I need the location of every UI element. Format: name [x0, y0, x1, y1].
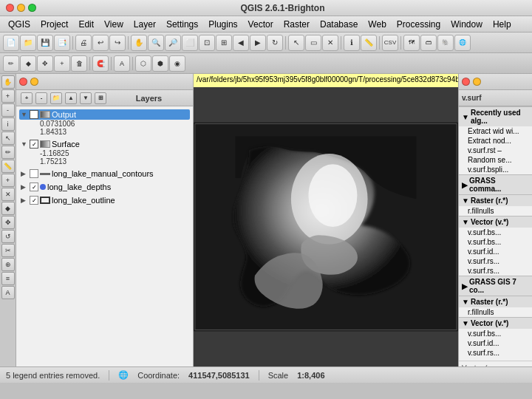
output-checkbox[interactable]: ✓: [30, 110, 38, 119]
undo-btn[interactable]: ↩: [92, 35, 109, 51]
tool-split[interactable]: ✂: [1, 244, 15, 257]
layers-remove-btn[interactable]: -: [35, 92, 47, 104]
layers-group-btn[interactable]: ⊞: [95, 92, 106, 104]
measure-btn[interactable]: 📏: [361, 35, 377, 51]
add-pg-btn[interactable]: 🐘: [437, 35, 454, 51]
add-raster-btn[interactable]: 🗺: [403, 35, 420, 51]
layers-open-btn[interactable]: 📁: [50, 92, 62, 104]
plugin3-btn[interactable]: ◉: [169, 55, 185, 72]
layers-win-controls[interactable]: [19, 78, 38, 86]
digitize-btn[interactable]: ✏: [3, 55, 19, 72]
tool-pan[interactable]: ✋: [1, 75, 15, 89]
layer-surface[interactable]: ▼ ✓ Surface: [19, 139, 190, 149]
tool-merge[interactable]: ⊕: [1, 258, 15, 271]
menu-settings[interactable]: Settings: [161, 18, 203, 31]
tool-identify[interactable]: i: [1, 117, 15, 131]
right-item-extract-wid[interactable]: Extract wid wi...: [459, 126, 532, 136]
layers-min-btn[interactable]: [30, 78, 38, 86]
pan-btn[interactable]: ✋: [131, 35, 147, 51]
csv-btn[interactable]: CSV: [382, 35, 398, 51]
zoom-select-btn[interactable]: ⊡: [199, 35, 215, 51]
section-raster-2[interactable]: ▼ Raster (r.*): [459, 296, 532, 307]
deselect-btn[interactable]: ✕: [322, 35, 338, 51]
surface-checkbox[interactable]: ✓: [30, 140, 38, 149]
move-feat-btn[interactable]: ✥: [37, 55, 53, 72]
layers-down-btn[interactable]: ▼: [80, 92, 92, 104]
right-item-vsurfrs3[interactable]: v.surf.rs...: [459, 348, 532, 358]
plugin1-btn[interactable]: ⬡: [135, 55, 151, 72]
menu-window[interactable]: Window: [446, 18, 488, 31]
right-item-vsurf-rst[interactable]: v.surf.rst –: [459, 146, 532, 155]
depths-checkbox[interactable]: ✓: [30, 183, 38, 191]
layers-up-btn[interactable]: ▲: [65, 92, 77, 104]
refresh-btn[interactable]: ↻: [267, 35, 283, 51]
tool-rotate[interactable]: ↺: [1, 230, 15, 243]
add-vector-btn[interactable]: 🗃: [420, 35, 437, 51]
node-tool-btn[interactable]: ◆: [20, 55, 36, 72]
right-item-vsurfrs2[interactable]: v.surf.rs...: [459, 266, 532, 276]
plugin2-btn[interactable]: ⬢: [152, 55, 168, 72]
section-vector-2[interactable]: ▼ Vector (v.*): [459, 317, 532, 329]
save-as-btn[interactable]: 📑: [54, 35, 70, 51]
menu-help[interactable]: Help: [488, 18, 516, 31]
redo-btn[interactable]: ↪: [109, 35, 126, 51]
menu-vector[interactable]: Vector: [243, 18, 279, 31]
add-wms-btn[interactable]: 🌐: [454, 35, 471, 51]
right-item-vsurfbs1[interactable]: v.surf.bs...: [459, 228, 532, 237]
save-btn[interactable]: 💾: [37, 35, 53, 51]
right-item-rfillnulls-2[interactable]: r.fillnulls: [459, 307, 532, 317]
print-btn[interactable]: 🖨: [75, 35, 92, 51]
zoom-prev-btn[interactable]: ◀: [233, 35, 249, 51]
open-btn[interactable]: 📁: [20, 35, 36, 51]
section-raster-1[interactable]: ▼ Raster (r.*): [459, 194, 532, 206]
section-recently-used[interactable]: ▼ Recently used alg...: [459, 106, 532, 126]
right-item-random-se[interactable]: Random se...: [459, 155, 532, 165]
menu-raster[interactable]: Raster: [279, 18, 315, 31]
minimize-button[interactable]: [17, 4, 25, 12]
add-feat-btn[interactable]: +: [54, 55, 70, 72]
zoom-out-btn[interactable]: 🔎: [165, 35, 181, 51]
right-item-rfillnulls-1[interactable]: r.fillnulls: [459, 206, 532, 216]
snapping-btn[interactable]: 🧲: [92, 55, 109, 72]
tool-node[interactable]: ◆: [1, 202, 15, 215]
tool-edit[interactable]: ✏: [1, 146, 15, 159]
layer-depths[interactable]: ▶ ✓ long_lake_depths: [19, 182, 190, 192]
label-btn[interactable]: A: [114, 55, 130, 72]
menu-web[interactable]: Web: [363, 18, 391, 31]
tool-move[interactable]: ✥: [1, 216, 15, 229]
menu-plugins[interactable]: Plugins: [203, 18, 242, 31]
select-rect-btn[interactable]: ▭: [305, 35, 321, 51]
right-item-vsurfrs1[interactable]: v.surf.rs...: [459, 256, 532, 266]
del-feat-btn[interactable]: 🗑: [71, 55, 87, 72]
right-item-vsurf-bspli[interactable]: v.surf.bspli...: [459, 165, 532, 174]
right-min-btn[interactable]: [473, 78, 481, 86]
right-item-vsurfid2[interactable]: v.surf.id...: [459, 338, 532, 348]
identify-btn[interactable]: ℹ: [344, 35, 360, 51]
layers-close-btn[interactable]: [19, 78, 27, 86]
zoom-next-btn[interactable]: ▶: [250, 35, 266, 51]
right-item-vsurfbs2[interactable]: v.surf.bs...: [459, 237, 532, 247]
layer-output[interactable]: ▼ ✓ Output: [19, 109, 190, 120]
tool-zoom-in[interactable]: +: [1, 89, 15, 103]
layer-contours[interactable]: ▶ long_lake_manual_contours: [19, 168, 190, 179]
close-button[interactable]: [6, 4, 14, 12]
menu-processing[interactable]: Processing: [392, 18, 446, 31]
layers-add-btn[interactable]: +: [21, 92, 33, 104]
layer-outline[interactable]: ▶ ✓ long_lake_outline: [19, 195, 190, 205]
tool-zoom-out[interactable]: -: [1, 103, 15, 117]
tool-label[interactable]: A: [1, 286, 15, 299]
tool-del[interactable]: ✕: [1, 188, 15, 201]
menu-project[interactable]: Project: [35, 18, 73, 31]
menu-view[interactable]: View: [99, 18, 129, 31]
menu-layer[interactable]: Layer: [129, 18, 161, 31]
menu-qgis[interactable]: QGIS: [3, 18, 35, 31]
window-controls[interactable]: [6, 4, 36, 12]
new-project-btn[interactable]: 📄: [3, 35, 19, 51]
contours-checkbox[interactable]: [30, 169, 38, 178]
tool-attr[interactable]: ≡: [1, 272, 15, 285]
map-area[interactable]: /var/folders/jb/5hx95f953mj395v5f8g0blf0…: [194, 74, 458, 366]
zoom-layer-btn[interactable]: ⊞: [216, 35, 232, 51]
tool-select[interactable]: ↖: [1, 132, 15, 145]
section-vector-1[interactable]: ▼ Vector (v.*): [459, 216, 532, 228]
section-grass-command[interactable]: ▶ GRASS comma...: [459, 174, 532, 194]
